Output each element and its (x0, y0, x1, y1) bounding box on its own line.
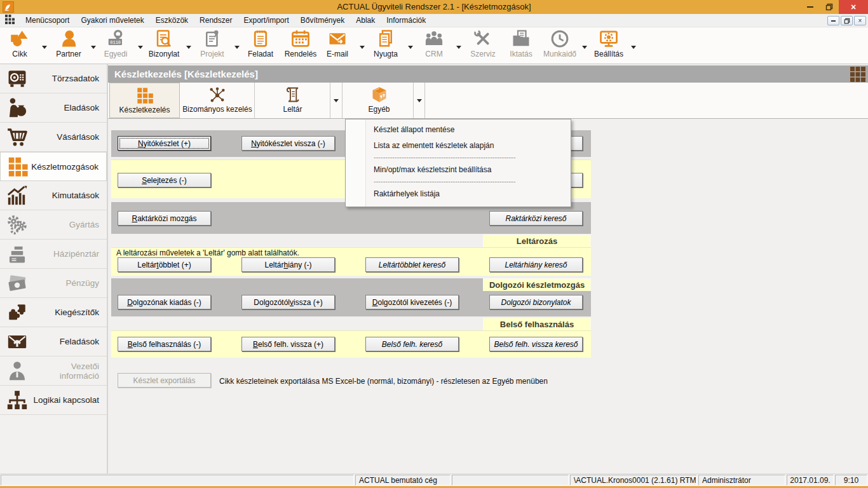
minimize-button[interactable] (801, 0, 820, 14)
close-button[interactable]: × (839, 0, 868, 14)
dispatch-envelope-icon (6, 331, 31, 353)
sidebar-item-hazipenztar[interactable]: Házipénztár (0, 240, 107, 269)
egyeb-dropdown-menu: Készlet állapot mentése Lista az elmente… (345, 119, 571, 207)
sidebar-item-eladasok[interactable]: Eladások (0, 93, 107, 123)
toolbar-dropdown-nyugta[interactable] (407, 44, 414, 50)
menu-item-keszlet-allapot-mentese[interactable]: Készlet állapot mentése (367, 122, 571, 138)
sidebar-item-torzsadatok[interactable]: Törzsadatok (0, 64, 107, 93)
menu-separator: ----------------------------------------… (367, 178, 571, 186)
toolbar-dropdown-partner[interactable] (90, 44, 97, 50)
gears-icon (6, 214, 31, 236)
dolgozonak-kiadas-button[interactable]: Dolgozónak kiadás (-) (118, 295, 211, 309)
raktarkozi-kereso-button[interactable]: Raktárközi kereső (489, 211, 583, 226)
toolbar-item-szerviz[interactable]: Szerviz (465, 29, 501, 62)
content-header-title: Készletkezelés [Készletkezelés] (114, 69, 258, 79)
content-header: Készletkezelés [Készletkezelés] (108, 65, 868, 83)
toolbar-item-crm[interactable]: CRM (416, 29, 452, 62)
toolbar-dropdown-projekt[interactable] (233, 44, 241, 50)
belso-felh-vissza-kereso-button[interactable]: Belső felh. vissza kereső (489, 337, 583, 351)
tab-leltar[interactable]: Leltár (255, 83, 330, 118)
sidebar-item-vezetoi-informacio[interactable]: Vezetői információ (0, 356, 107, 386)
tab-bizomanyos-kezeles[interactable]: Bizományos kezelés (180, 83, 255, 118)
status-empty-segment (1, 475, 354, 485)
sidebar-item-kimutatasok[interactable]: Kimutatások (0, 181, 107, 210)
menu-item-bovitmenyek[interactable]: Bővítmények (295, 14, 350, 27)
toolbar-dropdown-email[interactable] (358, 44, 366, 50)
status-time: 9:10 (835, 475, 867, 485)
menu-item-export-import[interactable]: Export/import (238, 14, 294, 27)
toolbar-item-feladat[interactable]: Feladat (242, 29, 279, 62)
money-icon (6, 273, 31, 294)
nyitokeszlet-vissza-button[interactable]: Nyitókészlet vissza (-) (241, 136, 335, 151)
selejtezes-button[interactable]: Selejtezés (-) (118, 173, 211, 187)
tab-bar: Készletkezelés Bizományos kezelés Leltár… (108, 83, 868, 119)
menu-item-lista-elmentett-keszletek[interactable]: Lista az elmentett készletek alapján (367, 138, 571, 154)
restore-button[interactable] (820, 0, 839, 14)
menu-item-menucsoport[interactable]: Menücsoport (20, 14, 75, 27)
sidebar-item-logikai-kapcsolat[interactable]: Logikai kapcsolat (0, 386, 107, 415)
status-bar: ACTUAL bemutató cég \ACTUAL.Kronos0001 (… (0, 473, 868, 486)
menu-bar: Menücsoport Gyakori műveletek Eszközök R… (0, 14, 868, 27)
menu-item-raktarhelyek-listaja[interactable]: Raktárhelyek listája (367, 186, 571, 202)
toolbar-dropdown-beallitas[interactable] (630, 44, 637, 50)
toolbar-dropdown-cikk[interactable] (41, 44, 48, 50)
mdi-minimize-button[interactable] (827, 16, 839, 25)
toolbar-item-bizonylat[interactable]: Bizonylat (146, 29, 182, 62)
belso-felh-vissza-button[interactable]: Belső felh. vissza (+) (241, 337, 335, 351)
leltartobblet-kereso-button[interactable]: Leltártöbblet kereső (365, 257, 459, 272)
toolbar-item-email[interactable]: E-mail (319, 29, 356, 62)
toolbar-dropdown-egyedi[interactable] (137, 44, 144, 50)
leltarhiany-kereso-button[interactable]: Leltárhiány kereső (489, 257, 583, 272)
safe-icon (6, 68, 31, 90)
tab-egyeb[interactable]: Egyéb (345, 83, 414, 118)
menu-grid-icon[interactable] (5, 15, 15, 26)
belso-felh-kereso-button[interactable]: Belső felh. kereső (365, 337, 459, 351)
tab-egyeb-dropdown[interactable] (414, 83, 425, 118)
toolbar-item-munkaido[interactable]: Munkaidő (541, 29, 578, 62)
toolbar-item-egyedi[interactable]: 0110 Egyedi (97, 29, 134, 62)
raktarkozi-mozgas-button[interactable]: Raktárközi mozgás (118, 211, 211, 226)
leltarhiany-button[interactable]: Leltárhiány (-) (241, 257, 335, 272)
section-header-leltarozas: Leltározás (483, 234, 591, 247)
title-bar: ACTUAL Ügyviteli Rendszer 2.1 - [Készlet… (0, 0, 868, 14)
mdi-restore-button[interactable] (841, 16, 853, 25)
dolgozoi-bizonylatok-button[interactable]: Dolgozói bizonylatok (489, 295, 583, 309)
belso-felhasznalas-button[interactable]: Belső felhasználás (-) (118, 337, 211, 351)
menu-item-eszkozok[interactable]: Eszközök (150, 14, 194, 27)
main-toolbar: Cikk Partner 0110 Egyedi Bizonylat Proje… (0, 27, 868, 64)
menu-item-min-opt-max[interactable]: Min/opt/max készletszint beállítása (367, 162, 571, 178)
keszlet-exportalas-button[interactable]: Készlet exportálás (118, 373, 211, 388)
dolgozotol-vissza-button[interactable]: Dolgozótól vissza (+) (241, 295, 335, 309)
toolbar-item-cikk[interactable]: Cikk (1, 29, 38, 62)
tab-keszletkezeles[interactable]: Készletkezelés (109, 83, 180, 118)
menu-item-informaciok[interactable]: Információk (381, 14, 431, 27)
sidebar-item-kiegeszitok[interactable]: Kiegészítők (0, 298, 107, 327)
menu-item-rendszer[interactable]: Rendszer (194, 14, 238, 27)
sidebar-item-keszletmozgasok[interactable]: Készletmozgások (0, 152, 107, 181)
menu-item-gyakori-muveletek[interactable]: Gyakori műveletek (75, 14, 149, 27)
status-date: 2017.01.09. (787, 475, 834, 485)
menu-separator: ----------------------------------------… (367, 154, 571, 162)
tab-leltar-dropdown[interactable] (330, 83, 342, 118)
main-area: Készletkezelés [Készletkezelés] Készletk… (108, 64, 868, 473)
toolbar-item-iktatas[interactable]: Iktatás (503, 29, 539, 62)
leltartobblet-button[interactable]: Leltártöbblet (+) (118, 257, 211, 272)
toolbar-dropdown-crm[interactable] (455, 44, 463, 50)
toolbar-dropdown-bizonylat[interactable] (185, 44, 193, 50)
sidebar-item-gyartas[interactable]: Gyártás (0, 210, 107, 240)
dolgozotol-kivezetes-button[interactable]: Dolgozótól kivezetés (-) (365, 295, 459, 309)
toolbar-dropdown-munkaido[interactable] (581, 44, 588, 50)
toolbar-item-partner[interactable]: Partner (50, 29, 87, 62)
menu-item-ablak[interactable]: Ablak (350, 14, 381, 27)
sidebar-item-vasarlasok[interactable]: Vásárlások (0, 123, 107, 152)
cash-register-icon (6, 243, 31, 265)
sidebar-item-feladasok[interactable]: Feladások (0, 327, 107, 356)
sidebar-item-penzugy[interactable]: Pénzügy (0, 269, 107, 298)
toolbar-item-beallitas[interactable]: Beállítás (590, 29, 627, 62)
toolbar-item-rendeles[interactable]: Rendelés (282, 29, 319, 62)
toolbar-item-projekt[interactable]: Projekt (194, 29, 231, 62)
sales-person-icon (6, 97, 31, 119)
nyitokeszlet-button[interactable]: Nyitókészlet (+) (118, 136, 211, 151)
mdi-close-button[interactable]: × (854, 16, 866, 25)
toolbar-item-nyugta[interactable]: Nyugta (367, 29, 404, 62)
